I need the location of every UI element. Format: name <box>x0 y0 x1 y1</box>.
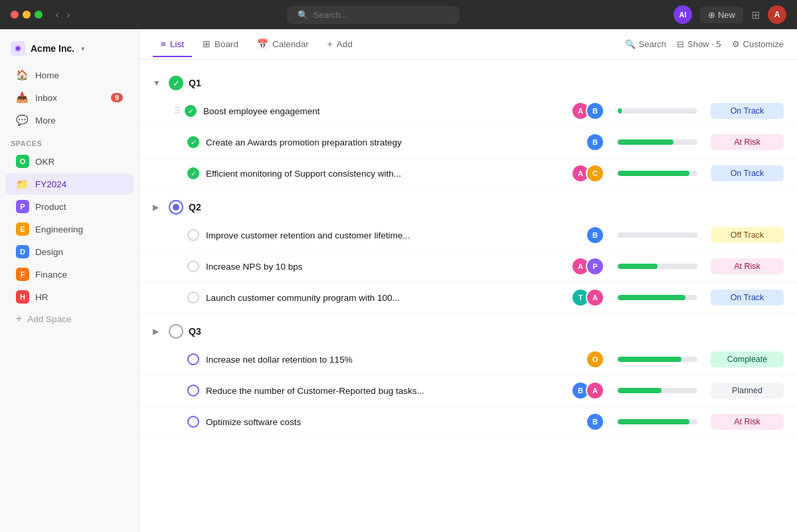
sidebar-item-hr[interactable]: H HR <box>5 286 133 308</box>
workspace-name: Acme Inc. <box>31 43 74 54</box>
tab-bar: ≡ List ⊞ Board 📅 Calendar + Add � <box>139 29 797 60</box>
progress-bar <box>618 357 697 362</box>
sidebar-item-label: Home <box>35 70 59 80</box>
group-q2-label: Q2 <box>189 202 201 213</box>
group-q1-status-icon: ✓ <box>169 76 183 90</box>
close-button[interactable] <box>11 11 19 19</box>
group-q2-header[interactable]: ▶ Q2 <box>139 195 797 220</box>
table-row[interactable]: Reduce the number of Customer-Reported b… <box>139 375 797 406</box>
workspace-header[interactable]: Acme Inc. ▾ <box>0 37 139 64</box>
table-row[interactable]: Optimize software costs B At Risk <box>139 406 797 438</box>
task-name: Increase net dollar retention to 115% <box>206 355 586 365</box>
forward-arrow[interactable]: › <box>64 8 73 21</box>
sidebar: Acme Inc. ▾ 🏠 Home 📥 Inbox 9 💬 More Spac… <box>0 29 139 532</box>
space-label-engineering: Engineering <box>35 224 83 234</box>
task-avatars: T A <box>571 288 604 307</box>
space-label-finance: Finance <box>35 270 67 280</box>
global-search-bar[interactable]: 🔍 <box>287 6 460 24</box>
progress-bar <box>618 232 697 238</box>
customize-action[interactable]: ⚙ Customize <box>732 39 784 49</box>
table-row[interactable]: Improve customer retention and customer … <box>139 220 797 251</box>
search-icon: 🔍 <box>298 10 308 20</box>
task-checkbox[interactable] <box>187 260 199 272</box>
content-area: ≡ List ⊞ Board 📅 Calendar + Add � <box>139 29 797 532</box>
task-checkbox[interactable] <box>187 229 199 241</box>
progress-fill <box>618 419 689 424</box>
task-checkbox[interactable]: ✓ <box>187 136 199 148</box>
tab-board[interactable]: ⊞ Board <box>195 32 246 57</box>
sidebar-item-finance[interactable]: F Finance <box>5 264 133 285</box>
customize-icon: ⚙ <box>732 39 740 49</box>
table-row[interactable]: Increase net dollar retention to 115% O … <box>139 344 797 375</box>
task-name: Efficient monitoring of Support consiste… <box>206 169 571 179</box>
search-action[interactable]: 🔍 Search <box>625 39 666 49</box>
title-bar: ‹ › 🔍 AI ⊕ New ⊞ A <box>0 0 797 29</box>
task-name: Boost employee engagement <box>203 106 571 116</box>
space-icon-okr: O <box>16 155 29 168</box>
space-icon-hr: H <box>16 290 29 304</box>
task-avatars: A B <box>571 102 604 120</box>
task-avatars: A P <box>571 257 604 276</box>
status-badge: On Track <box>711 165 784 181</box>
group-q3-header[interactable]: ▶ Q3 <box>139 319 797 344</box>
add-space-button[interactable]: + Add Space <box>5 309 133 329</box>
task-avatars: B <box>586 133 604 151</box>
space-label-product: Product <box>35 202 66 212</box>
sidebar-item-home[interactable]: 🏠 Home <box>5 64 133 86</box>
sidebar-item-okr[interactable]: O OKR <box>5 151 133 172</box>
progress-bar <box>618 108 697 114</box>
space-label-design: Design <box>35 247 63 257</box>
task-name: Create an Awards promotion preparation s… <box>206 137 586 147</box>
sidebar-item-label: Inbox <box>35 93 57 103</box>
sidebar-item-more[interactable]: 💬 More <box>5 110 133 131</box>
grid-icon[interactable]: ⊞ <box>751 9 760 21</box>
plus-icon: + <box>16 313 22 325</box>
new-button[interactable]: ⊕ New <box>700 7 743 23</box>
table-row[interactable]: ⠿ ✓ Boost employee engagement A B On Tra… <box>139 96 797 127</box>
space-label-hr: HR <box>35 292 48 302</box>
table-row[interactable]: Launch customer community program with 1… <box>139 282 797 313</box>
tab-bar-right: 🔍 Search ⊟ Show · 5 ⚙ Customize <box>625 39 784 49</box>
home-icon: 🏠 <box>16 69 29 81</box>
drag-handle-icon[interactable]: ⠿ <box>174 106 181 116</box>
space-icon-product: P <box>16 200 29 213</box>
status-badge: On Track <box>711 103 784 119</box>
group-q3-chevron-icon: ▶ <box>153 327 163 336</box>
list-content: ▼ ✓ Q1 ⠿ ✓ Boost employee engagement A B… <box>139 60 797 532</box>
task-avatars: B <box>586 226 604 244</box>
back-arrow[interactable]: ‹ <box>53 8 62 21</box>
task-checkbox[interactable] <box>187 385 199 397</box>
group-q1-header[interactable]: ▼ ✓ Q1 <box>139 70 797 96</box>
avatar: B <box>586 102 604 120</box>
global-search-input[interactable] <box>313 10 433 20</box>
sidebar-item-product[interactable]: P Product <box>5 196 133 217</box>
tab-list[interactable]: ≡ List <box>153 33 192 57</box>
search-icon: 🔍 <box>625 39 636 49</box>
table-row[interactable]: Increase NPS by 10 bps A P At Risk <box>139 251 797 282</box>
table-row[interactable]: ✓ Efficient monitoring of Support consis… <box>139 158 797 189</box>
user-avatar[interactable]: A <box>768 5 786 24</box>
task-avatars: A C <box>571 164 604 183</box>
tab-add[interactable]: + Add <box>319 33 361 57</box>
table-row[interactable]: ✓ Create an Awards promotion preparation… <box>139 127 797 158</box>
sidebar-item-engineering[interactable]: E Engineering <box>5 219 133 240</box>
space-label-fy2024: FY2024 <box>35 179 66 189</box>
sidebar-item-fy2024[interactable]: 📁 FY2024 <box>5 173 133 195</box>
progress-bar <box>618 264 697 269</box>
progress-fill <box>618 388 662 393</box>
task-checkbox[interactable] <box>187 292 199 304</box>
show-action[interactable]: ⊟ Show · 5 <box>677 39 721 49</box>
task-checkbox[interactable] <box>187 416 199 428</box>
fullscreen-button[interactable] <box>35 11 43 19</box>
sidebar-item-design[interactable]: D Design <box>5 241 133 262</box>
ai-button[interactable]: AI <box>673 5 692 24</box>
status-badge: At Risk <box>711 134 784 150</box>
svg-point-1 <box>16 46 20 50</box>
group-q3-status-icon <box>169 324 183 339</box>
task-checkbox[interactable]: ✓ <box>185 105 197 117</box>
minimize-button[interactable] <box>23 11 31 19</box>
task-checkbox[interactable]: ✓ <box>187 167 199 179</box>
tab-calendar[interactable]: 📅 Calendar <box>249 32 317 57</box>
sidebar-item-inbox[interactable]: 📥 Inbox 9 <box>5 87 133 108</box>
task-checkbox[interactable] <box>187 353 199 365</box>
